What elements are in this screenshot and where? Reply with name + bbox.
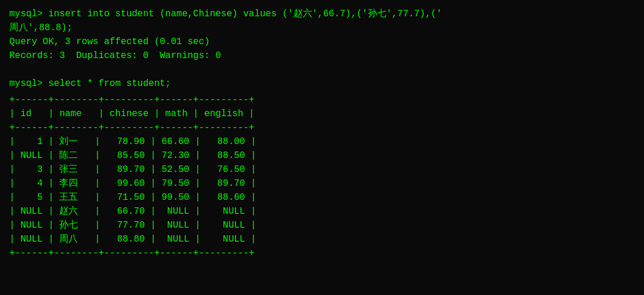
table-row: | NULL | 陈二 | 85.50 | 72.30 | 88.50 | [9, 149, 635, 163]
table-row: | 1 | 刘一 | 78.90 | 66.60 | 88.00 | [9, 135, 635, 149]
table-header-border: +------+--------+---------+------+------… [9, 121, 635, 135]
table-row: | 4 | 李四 | 99.60 | 79.50 | 89.70 | [9, 177, 635, 190]
table-row: | NULL | 赵六 | 66.70 | NULL | NULL | [9, 204, 635, 218]
table-row: | 3 | 张三 | 89.70 | 52.50 | 76.50 | [9, 163, 635, 177]
query-ok-line: Query OK, 3 rows affected (0.01 sec) [9, 35, 635, 49]
table-row: | NULL | 周八 | 88.80 | NULL | NULL | [9, 232, 635, 246]
empty-line [9, 63, 635, 77]
result-table: +------+--------+---------+------+------… [9, 93, 635, 260]
table-row: | NULL | 孙七 | 77.70 | NULL | NULL | [9, 218, 635, 232]
records-line: Records: 3 Duplicates: 0 Warnings: 0 [9, 49, 635, 63]
table-bottom-border: +------+--------+---------+------+------… [9, 246, 635, 260]
table-row: | 5 | 王五 | 71.50 | 99.50 | 88.60 | [9, 190, 635, 204]
table-header: | id | name | chinese | math | english | [9, 107, 635, 121]
select-line: mysql> select * from student; [9, 77, 635, 91]
insert-line-2: 周八',88.8); [9, 21, 635, 35]
insert-line-1: mysql> insert into student (name,Chinese… [9, 7, 635, 21]
table-top-border: +------+--------+---------+------+------… [9, 93, 635, 107]
terminal: mysql> insert into student (name,Chinese… [9, 7, 635, 288]
